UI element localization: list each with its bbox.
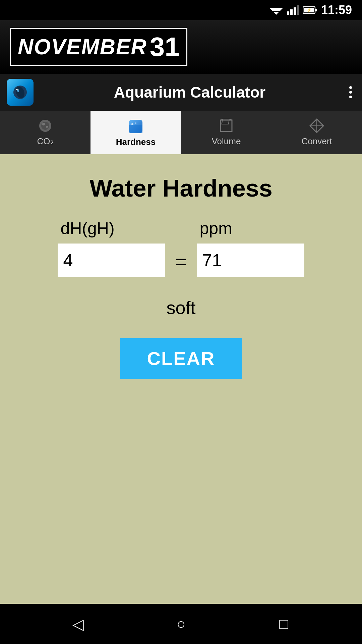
home-button[interactable]: ○ — [169, 612, 193, 636]
convert-tab-icon — [308, 117, 325, 134]
left-unit-label: dH(gH) — [58, 219, 114, 238]
svg-point-18 — [42, 123, 45, 125]
status-bar: ⚡ 11:59 — [0, 0, 362, 20]
status-time: 11:59 — [321, 3, 352, 17]
svg-rect-8 — [315, 9, 317, 11]
app-header: Aquarium Calculator — [0, 74, 362, 111]
hardness-tab-icon — [127, 118, 144, 135]
battery-icon: ⚡ — [303, 6, 317, 14]
co2-tab-icon — [37, 117, 54, 134]
svg-rect-3 — [287, 11, 289, 15]
right-unit-label: ppm — [197, 219, 232, 238]
recents-button[interactable]: □ — [272, 612, 296, 636]
brand-bar: NOVEMBER 31 — [0, 20, 362, 74]
back-button[interactable]: ◁ — [66, 612, 90, 636]
dh-input[interactable] — [58, 244, 165, 277]
svg-marker-2 — [274, 12, 279, 15]
co2-tab-label: CO₂ — [37, 136, 54, 147]
svg-rect-4 — [290, 9, 293, 15]
overflow-menu-button[interactable] — [346, 83, 355, 102]
svg-text:⚡: ⚡ — [306, 7, 311, 12]
left-column: dH(gH) — [58, 219, 165, 277]
ppm-input[interactable] — [197, 244, 304, 277]
svg-rect-5 — [294, 7, 296, 15]
app-title: Aquarium Calculator — [40, 83, 339, 101]
hardness-result-label: soft — [166, 297, 195, 318]
svg-rect-21 — [129, 125, 142, 133]
status-icons: ⚡ 11:59 — [269, 3, 352, 17]
tab-co2[interactable]: CO₂ — [0, 111, 90, 154]
svg-rect-6 — [297, 5, 299, 15]
brand-number: 31 — [150, 32, 180, 62]
signal-icon — [287, 5, 299, 15]
convert-tab-label: Convert — [301, 136, 332, 147]
clear-button[interactable]: CLEAR — [120, 338, 242, 379]
page-title: Water Hardness — [89, 174, 273, 202]
svg-point-17 — [41, 122, 49, 130]
brand-logo: NOVEMBER 31 — [10, 28, 187, 66]
right-column: ppm — [197, 219, 304, 277]
bottom-nav: ◁ ○ □ — [0, 604, 362, 644]
app-icon — [7, 79, 34, 106]
wifi-icon — [269, 5, 283, 15]
tab-volume[interactable]: Volume — [181, 111, 272, 154]
tab-convert[interactable]: Convert — [272, 111, 362, 154]
svg-point-23 — [135, 122, 136, 124]
svg-point-15 — [17, 89, 17, 90]
tab-bar: CO₂ Hardness Volume — [0, 111, 362, 154]
main-content: Water Hardness dH(gH) = ppm soft CLEAR — [0, 154, 362, 604]
volume-tab-label: Volume — [212, 136, 241, 147]
tab-hardness[interactable]: Hardness — [90, 111, 181, 154]
brand-text: NOVEMBER — [18, 35, 147, 59]
volume-tab-icon — [218, 117, 235, 134]
hardness-tab-label: Hardness — [116, 137, 156, 147]
converter-row: dH(gH) = ppm — [20, 219, 342, 277]
svg-point-19 — [46, 126, 48, 128]
equals-sign: = — [172, 250, 190, 273]
svg-point-22 — [131, 123, 133, 125]
